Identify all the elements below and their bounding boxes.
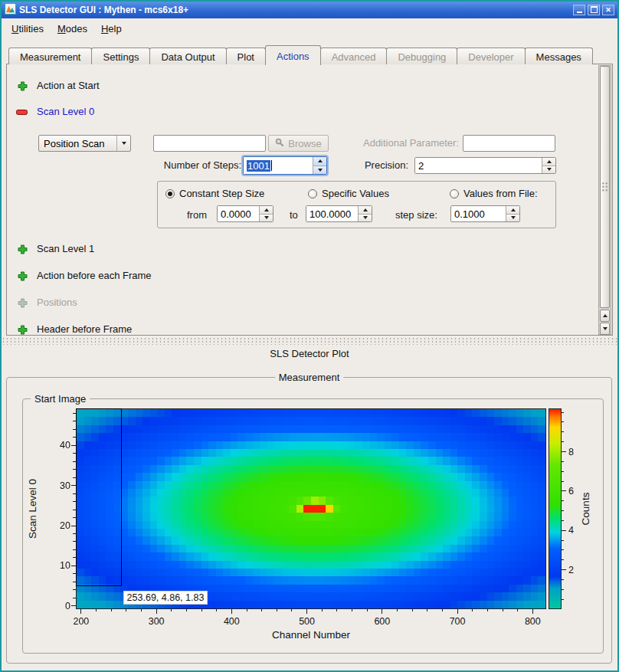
scrollbar-up-button[interactable] [600, 310, 610, 322]
spin-up-icon[interactable] [260, 206, 273, 214]
close-button[interactable]: ✕ [602, 5, 614, 15]
colorbar-minor-tick [562, 579, 564, 580]
spin-down-icon[interactable] [260, 214, 273, 222]
x-minor-tick [472, 609, 473, 611]
x-minor-tick [367, 609, 368, 611]
colorbar-minor-tick [562, 520, 564, 521]
to-label: to [290, 209, 298, 221]
spin-down-icon[interactable] [542, 166, 555, 174]
tab-settings[interactable]: Settings [91, 48, 150, 64]
x-minor-tick [427, 609, 427, 611]
colorbar-tick-label: 4 [568, 525, 574, 536]
y-minor-tick [73, 421, 76, 421]
colorbar-major-tick [562, 569, 566, 570]
scan-level-1-label[interactable]: Scan Level 1 [37, 243, 94, 255]
specific-values-label: Specific Values [322, 188, 389, 199]
y-minor-tick [73, 598, 76, 598]
heatmap-frame [76, 408, 546, 609]
tab-data-output[interactable]: Data Output [149, 48, 226, 64]
action-at-start-label[interactable]: Action at Start [37, 80, 100, 92]
y-minor-tick [73, 437, 76, 438]
to-spinbox[interactable]: 100.0000 [306, 205, 372, 222]
zoom-selection-rect[interactable] [76, 408, 122, 586]
spin-down-icon[interactable] [359, 214, 372, 222]
values-from-file-radio[interactable]: Values from File: [450, 188, 538, 199]
plot-section-title: SLS Detector Plot [2, 348, 617, 359]
step-size-spinbox[interactable]: 0.1000 [450, 205, 520, 222]
y-minor-tick [73, 549, 76, 550]
spin-up-icon[interactable] [542, 158, 555, 166]
header-before-frame-label[interactable]: Header before Frame [37, 323, 132, 336]
x-tick-label: 400 [224, 616, 240, 627]
specific-values-radio[interactable]: Specific Values [308, 188, 389, 199]
scan-mode-select[interactable]: Position Scan [38, 135, 131, 152]
number-of-steps-spinbox[interactable]: 1001 [243, 156, 327, 175]
scrollbar-thumb[interactable] [600, 66, 610, 308]
spin-up-icon[interactable] [506, 206, 519, 214]
precision-value: 2 [415, 158, 542, 173]
vertical-scrollbar[interactable] [598, 65, 611, 335]
scrollbar-down-button[interactable] [600, 323, 610, 335]
y-tick-label: 30 [37, 480, 70, 491]
maximize-button[interactable] [588, 5, 600, 15]
x-minor-tick [141, 609, 142, 611]
scan-level-0-label[interactable]: Scan Level 0 [37, 106, 94, 118]
tab-plot[interactable]: Plot [226, 48, 266, 64]
constant-step-radio[interactable]: Constant Step Size [165, 188, 264, 199]
x-tick-label: 300 [149, 616, 165, 627]
menu-item-modes[interactable]: Modes [51, 20, 94, 38]
tab-actions[interactable]: Actions [265, 45, 321, 65]
close-icon: ✕ [605, 5, 611, 15]
tab-messages[interactable]: Messages [525, 48, 593, 64]
tab-measurement[interactable]: Measurement [8, 48, 92, 64]
y-minor-tick [73, 493, 76, 494]
x-tick-label: 200 [73, 616, 89, 627]
spin-up-icon[interactable] [313, 157, 326, 166]
y-minor-tick [73, 557, 76, 558]
heatmap-canvas[interactable] [77, 409, 545, 608]
app-window: SLS Detector GUI : Mythen - mcs6x18+ ✕ U… [0, 0, 619, 672]
additional-parameter-input[interactable] [463, 135, 555, 152]
x-tick-label: 500 [299, 616, 315, 627]
expand-action-at-start-icon[interactable] [17, 80, 28, 92]
colorbar-minor-tick [562, 540, 564, 541]
menu-item-help[interactable]: Help [94, 20, 129, 38]
precision-spinbox[interactable]: 2 [414, 157, 556, 174]
minimize-icon [577, 11, 582, 13]
colorbar-minor-tick [562, 431, 564, 432]
x-minor-tick [412, 609, 413, 611]
scan-script-input[interactable] [153, 135, 266, 152]
minimize-button[interactable] [573, 5, 585, 15]
menu-bar: UtilitiesModesHelp [2, 18, 617, 38]
y-minor-tick [73, 477, 76, 478]
colorbar-frame [549, 408, 562, 609]
spin-down-icon[interactable] [506, 214, 519, 222]
step-size-label: step size: [395, 209, 437, 221]
colorbar-tick-label: 8 [568, 447, 574, 457]
app-icon [5, 3, 16, 18]
x-major-tick [457, 609, 458, 614]
positions-label: Positions [37, 297, 77, 309]
action-before-frame-label[interactable]: Action before each Frame [37, 270, 152, 282]
from-spinbox[interactable]: 0.0000 [217, 205, 273, 222]
title-bar[interactable]: SLS Detector GUI : Mythen - mcs6x18+ ✕ [2, 2, 617, 18]
step-size-value: 0.1000 [451, 206, 506, 221]
y-minor-tick [73, 453, 76, 454]
expand-header-before-frame-icon[interactable] [17, 324, 28, 336]
x-major-tick [231, 609, 232, 614]
spin-up-icon[interactable] [359, 206, 372, 214]
x-major-tick [306, 609, 307, 614]
x-tick-label: 600 [374, 616, 390, 627]
expand-scan-level-1-icon[interactable] [17, 244, 28, 255]
scrollbar-up-icon [603, 314, 608, 317]
expand-action-before-frame-icon[interactable] [17, 270, 28, 282]
menu-item-utilities[interactable]: Utilities [5, 20, 51, 38]
y-tick-label: 10 [37, 560, 70, 571]
colorbar-major-tick [562, 530, 566, 531]
colorbar-title: Counts [580, 493, 591, 526]
splitter-handle[interactable] [2, 337, 617, 345]
spin-down-icon[interactable] [313, 166, 326, 175]
y-minor-tick [73, 510, 76, 510]
measurement-group-title: Measurement [275, 372, 343, 383]
collapse-scan-level-0-icon[interactable] [16, 107, 28, 118]
